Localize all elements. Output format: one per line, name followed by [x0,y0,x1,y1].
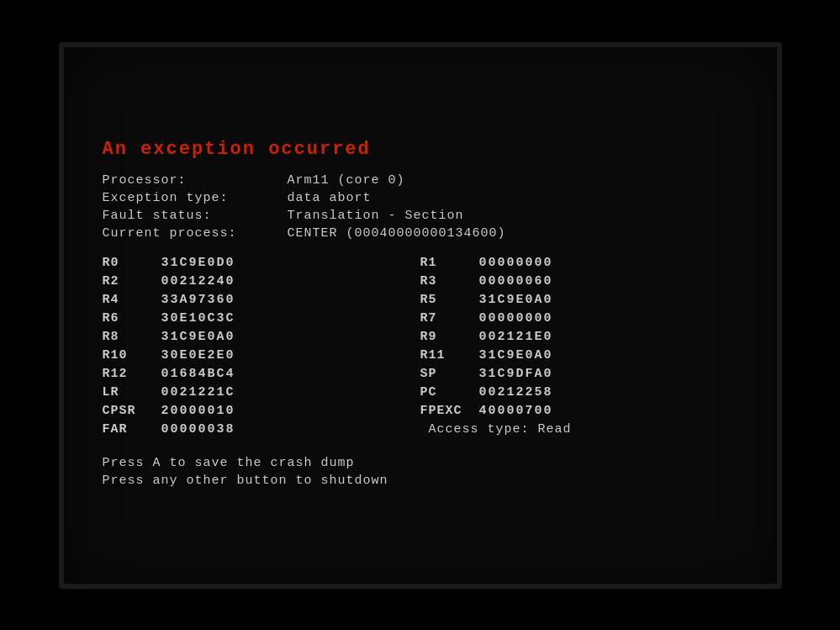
instruction-line: Press any other button to shutdown [103,474,738,488]
register-value: 31C9E0A0 [479,348,553,363]
register-value: 31C9E0A0 [161,330,235,344]
register-name: R11 [420,348,479,363]
register-name: LR [103,385,161,400]
exception-type-label: Exception type: [103,191,288,205]
register-name: R10 [103,348,161,363]
exception-type-row: Exception type: data abort [103,191,738,205]
register-value: 33A97360 [161,293,235,307]
registers-section: R031C9E0D0R200212240R433A97360R630E10C3C… [103,256,738,441]
register-value: 31C9E0D0 [161,256,235,270]
register-name: R6 [103,311,161,326]
register-value: 00000038 [161,422,235,437]
fault-status-label: Fault status: [103,209,288,223]
register-name: R0 [103,256,161,270]
fault-status-row: Fault status: Translation - Section [103,209,738,223]
register-value: 00000000 [479,256,553,270]
current-process-row: Current process: CENTER (000400000001346… [103,226,738,241]
register-row: R100000000 [420,256,738,270]
instruction-line: Press A to save the crash dump [103,456,738,470]
register-row: R031C9E0D0 [103,256,420,270]
register-name: R3 [420,274,479,289]
register-row: R1131C9E0A0 [420,348,738,363]
register-row: FAR00000038 [103,422,420,437]
crash-screen: An exception occurred Processor: Arm11 (… [59,42,782,589]
exception-type-value: data abort [288,191,372,205]
register-name: R2 [103,274,161,289]
register-value: 31C9E0A0 [479,293,553,307]
register-row: CPSR20000010 [103,404,420,418]
register-name: R1 [420,256,479,270]
register-value: 30E0E2E0 [161,348,235,363]
register-name: R9 [420,330,479,344]
register-row: R630E10C3C [103,311,420,326]
register-row: R700000000 [420,311,738,326]
register-name: PC [420,385,479,400]
processor-row: Processor: Arm11 (core 0) [103,173,738,188]
fault-status-value: Translation - Section [288,209,464,223]
processor-value: Arm11 (core 0) [288,173,405,188]
register-value: 20000010 [161,404,235,418]
register-name: R7 [420,311,479,326]
register-name: R4 [103,293,161,307]
register-value: 002121E0 [479,330,553,344]
info-section: Processor: Arm11 (core 0) Exception type… [103,173,738,241]
register-name: FPEXC [420,404,479,418]
register-name: R5 [420,293,479,307]
processor-label: Processor: [103,173,288,188]
register-row: R200212240 [103,274,420,289]
register-value: 40000700 [479,404,553,418]
register-row: R531C9E0A0 [420,293,738,307]
registers-right-col: R100000000R300000060R531C9E0A0R700000000… [420,256,738,441]
register-value: 00212258 [479,385,553,400]
access-type: Access type: Read [420,422,738,437]
register-row: R300000060 [420,274,738,289]
registers-left-col: R031C9E0D0R200212240R433A97360R630E10C3C… [103,256,420,441]
register-name: CPSR [103,404,161,418]
register-row: R831C9E0A0 [103,330,420,344]
register-value: 0021221C [161,385,235,400]
register-row: R433A97360 [103,293,420,307]
register-name: R12 [103,367,161,381]
exception-title: An exception occurred [103,139,738,160]
register-row: R1201684BC4 [103,367,420,381]
register-name: SP [420,367,479,381]
register-value: 00212240 [161,274,235,289]
register-row: SP31C9DFA0 [420,367,738,381]
instructions-section: Press A to save the crash dumpPress any … [103,456,738,488]
register-name: R8 [103,330,161,344]
screen-content: An exception occurred Processor: Arm11 (… [76,119,765,511]
register-row: LR0021221C [103,385,420,400]
register-value: 01684BC4 [161,367,235,381]
register-value: 00000060 [479,274,553,289]
register-name: FAR [103,422,161,437]
current-process-label: Current process: [103,226,288,241]
register-value: 30E10C3C [161,311,235,326]
register-value: 00000000 [479,311,553,326]
register-row: R9002121E0 [420,330,738,344]
register-row: PC00212258 [420,385,738,400]
register-value: 31C9DFA0 [479,367,553,381]
register-row: R1030E0E2E0 [103,348,420,363]
current-process-value: CENTER (00040000000134600) [288,226,506,241]
register-row: FPEXC40000700 [420,404,738,418]
